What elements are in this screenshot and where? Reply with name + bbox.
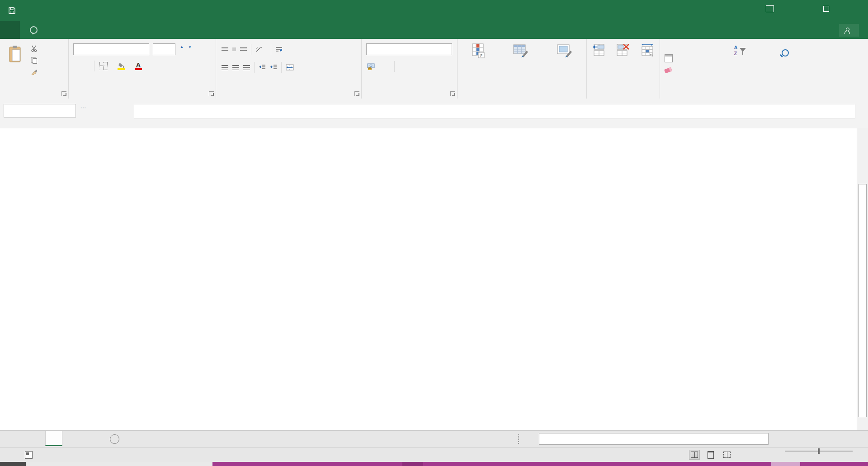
scrollbar-resize-grip[interactable] [518,434,519,444]
eraser-icon [664,67,672,73]
vertical-scrollbar[interactable] [857,128,868,430]
cut-button[interactable] [31,42,42,54]
macro-record-icon[interactable] [25,451,33,459]
wrap-text-button[interactable] [275,43,285,55]
group-alignment [216,39,362,99]
paste-button[interactable] [4,42,27,78]
ribbon-tab-row [0,21,868,39]
format-as-table-icon [513,43,528,58]
orientation-button[interactable] [255,46,263,52]
scroll-down-icon[interactable] [857,419,868,430]
close-button[interactable] [840,0,868,17]
minimize-button[interactable] [784,0,812,17]
delete-cells-icon [616,43,630,57]
sort-filter-icon: AZ [734,44,746,61]
fill-icon [665,54,673,62]
taskbar-strip [0,462,868,466]
formula-bar: ⋮ [0,99,868,123]
restore-button[interactable] [812,0,840,17]
sort-filter-button[interactable]: AZ [717,41,763,76]
cancel-icon[interactable] [93,104,105,118]
name-box[interactable] [4,104,76,118]
horizontal-scrollbar-thumb[interactable] [539,433,769,445]
fill-color-icon [118,62,125,68]
borders-button[interactable] [99,62,108,70]
new-sheet-button[interactable] [110,434,119,444]
tab-file[interactable] [0,21,20,39]
format-as-table-button[interactable] [499,40,542,66]
decrease-indent-button[interactable] [259,65,266,70]
vertical-scrollbar-thumb[interactable] [859,184,867,417]
format-painter-button[interactable] [31,66,42,78]
merge-center-icon [286,64,294,71]
worksheet-area [0,123,868,430]
font-size-combobox[interactable] [153,43,175,55]
clear-button[interactable] [665,64,717,76]
align-top-button[interactable] [222,47,228,52]
fill-color-button[interactable] [118,62,125,70]
title-bar [0,0,868,21]
wrap-text-icon [275,47,283,52]
conditional-formatting-icon: ≠ [472,43,485,59]
format-cells-button[interactable] [636,40,659,60]
delete-cells-button[interactable] [612,40,634,60]
sheet-tab-active[interactable] [45,431,62,446]
group-cells [587,39,660,99]
quick-access-toolbar [8,4,43,17]
taskbar-segment [212,462,868,466]
page-layout-view-icon [708,451,714,459]
formula-input[interactable] [134,104,855,118]
taskbar-clock-fragment [771,462,800,466]
normal-view-button[interactable] [689,450,700,460]
group-editing: AZ [660,39,809,99]
paste-icon [8,45,23,63]
align-bottom-button[interactable] [240,47,247,52]
increase-indent-button[interactable] [270,65,277,70]
insert-cells-button[interactable] [588,40,610,60]
group-styles: ≠ [458,39,587,99]
share-person-icon [844,28,850,33]
alignment-dialog-launcher[interactable] [354,91,359,96]
zoom-slider[interactable] [785,451,853,452]
rows-area [0,142,868,430]
conditional-formatting-button[interactable]: ≠ [458,40,499,66]
align-left-button[interactable] [222,65,228,70]
align-middle-button[interactable] [232,47,236,51]
align-right-button[interactable] [243,65,250,70]
merge-center-button[interactable] [286,61,298,73]
copy-button[interactable] [31,54,42,66]
save-icon[interactable] [8,7,16,14]
align-center-button[interactable] [232,65,239,70]
page-break-view-icon [723,452,731,458]
insert-function-icon[interactable] [121,104,133,118]
fill-button[interactable] [665,52,717,64]
scroll-up-icon[interactable] [857,128,868,139]
zoom-slider-thumb[interactable] [818,448,820,454]
enter-icon[interactable] [108,104,119,118]
cell-styles-button[interactable] [543,40,586,66]
find-select-button[interactable] [763,41,809,76]
clipboard-dialog-launcher[interactable] [61,91,66,96]
font-dialog-launcher[interactable] [209,91,214,96]
magnifier-icon [782,49,789,56]
autosum-button[interactable] [665,41,717,52]
page-break-view-button[interactable] [722,450,732,460]
font-color-button[interactable]: A [135,62,142,70]
font-name-combobox[interactable] [73,43,149,55]
group-font: ▲ ▼ A [69,39,216,99]
cell-styles-icon [557,43,572,58]
ribbon-display-options-button[interactable] [756,0,784,17]
page-layout-view-button[interactable] [705,450,716,460]
insert-cells-icon [592,43,606,57]
sheet-tab-bar [0,430,868,447]
tell-me-box[interactable] [30,21,41,39]
number-dialog-launcher[interactable] [450,91,455,96]
svg-text:≠: ≠ [480,52,482,58]
format-cells-icon [641,43,654,57]
formula-bar-grip[interactable]: ⋮ [81,105,85,111]
number-format-combobox[interactable] [366,43,452,55]
accounting-format-button[interactable] [367,63,376,70]
taskbar-segment [0,462,26,466]
scissors-icon [31,45,38,52]
share-button[interactable] [839,24,859,37]
